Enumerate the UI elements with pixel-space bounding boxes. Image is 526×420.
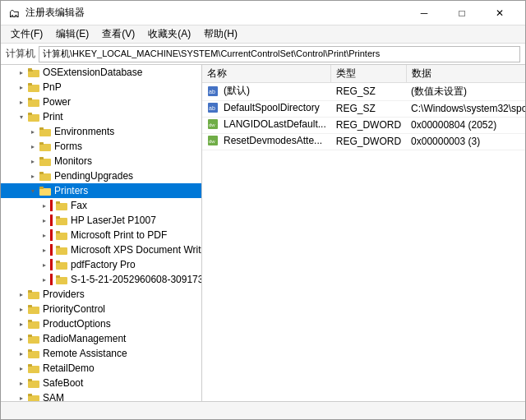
tree-item-monitors[interactable]: Monitors bbox=[1, 154, 201, 168]
folder-icon bbox=[39, 185, 52, 196]
folder-icon bbox=[55, 200, 68, 211]
col-header-type[interactable]: 类型 bbox=[331, 65, 406, 83]
menu-edit[interactable]: 编辑(E) bbox=[49, 25, 95, 43]
svg-rect-31 bbox=[28, 292, 39, 299]
expand-arrow bbox=[39, 215, 50, 226]
maximize-button[interactable]: □ bbox=[443, 1, 481, 25]
tree-item-retaildemo[interactable]: RetailDemo bbox=[1, 361, 201, 376]
col-header-data[interactable]: 数据 bbox=[406, 65, 525, 83]
tree-item-print[interactable]: Print bbox=[1, 109, 201, 124]
tree-item-productoptions[interactable]: ProductOptions bbox=[1, 316, 201, 331]
table-row[interactable]: dwLANGIDOLastDefault... REG_DWORD 0x0000… bbox=[202, 117, 525, 133]
col-header-name[interactable]: 名称 bbox=[202, 65, 331, 83]
red-bar bbox=[50, 274, 53, 285]
tree-item-sid[interactable]: S-1-5-21-2052960608-3091730 bbox=[1, 272, 201, 287]
expand-arrow bbox=[16, 67, 27, 78]
address-input[interactable] bbox=[39, 46, 520, 62]
svg-rect-19 bbox=[56, 203, 67, 210]
registry-tree[interactable]: OSExtensionDatabase PnP Power bbox=[1, 65, 202, 401]
expand-arrow bbox=[16, 288, 27, 300]
table-row[interactable]: dwResetDevmodesAtte... REG_DWORD 0x00000… bbox=[202, 133, 525, 150]
menu-favorites[interactable]: 收藏夹(A) bbox=[141, 25, 197, 43]
menu-view[interactable]: 查看(V) bbox=[95, 25, 141, 43]
table-row[interactable]: ab(默认) REG_SZ (数值未设置) bbox=[202, 83, 525, 101]
close-button[interactable]: ✕ bbox=[481, 1, 519, 25]
tree-label: Environments bbox=[54, 126, 114, 137]
svg-rect-37 bbox=[28, 336, 39, 344]
tree-item-msxps[interactable]: Microsoft XPS Document Write bbox=[1, 242, 201, 257]
folder-icon bbox=[55, 274, 68, 285]
svg-rect-24 bbox=[56, 231, 60, 233]
tree-item-hplaserjet[interactable]: HP LaserJet P1007 bbox=[1, 213, 201, 228]
svg-rect-42 bbox=[28, 364, 32, 367]
tree-item-pnp[interactable]: PnP bbox=[1, 80, 201, 95]
folder-icon bbox=[39, 155, 52, 167]
tree-label: HP LaserJet P1007 bbox=[71, 215, 156, 226]
folder-icon bbox=[27, 333, 40, 344]
reg-name-cell: ab(默认) bbox=[202, 83, 331, 101]
address-label: 计算机 bbox=[6, 47, 35, 61]
registry-editor-window: 🗂 注册表编辑器 ─ □ ✕ 文件(F) 编辑(E) 查看(V) 收藏夹(A) … bbox=[0, 0, 526, 420]
tree-label: Providers bbox=[43, 288, 85, 300]
tree-item-fax[interactable]: Fax bbox=[1, 198, 201, 213]
folder-icon bbox=[27, 96, 40, 108]
svg-rect-20 bbox=[56, 201, 60, 204]
reg-data-cell: (数值未设置) bbox=[406, 83, 525, 101]
tree-label: pdfFactory Pro bbox=[71, 259, 136, 270]
folder-icon bbox=[39, 126, 52, 137]
expand-arrow bbox=[16, 111, 27, 122]
tree-label: Monitors bbox=[54, 155, 92, 167]
reg-name-cell: dwResetDevmodesAtte... bbox=[202, 133, 331, 150]
tree-label: Forms bbox=[54, 141, 82, 152]
svg-rect-35 bbox=[28, 321, 39, 329]
expand-arrow bbox=[27, 155, 39, 167]
tree-item-sam[interactable]: SAM bbox=[1, 390, 201, 401]
tree-item-prioritycontrol[interactable]: PriorityControl bbox=[1, 302, 201, 316]
tree-item-safeboot[interactable]: SafeBoot bbox=[1, 376, 201, 390]
tree-item-power[interactable]: Power bbox=[1, 95, 201, 109]
tree-item-providers[interactable]: Providers bbox=[1, 287, 201, 302]
svg-rect-40 bbox=[28, 349, 32, 352]
tree-item-forms[interactable]: Forms bbox=[1, 139, 201, 154]
folder-icon bbox=[55, 229, 68, 241]
folder-icon bbox=[27, 111, 40, 122]
reg-type-cell: REG_DWORD bbox=[331, 133, 406, 150]
table-row[interactable]: abDefaultSpoolDirectory REG_SZ C:\Window… bbox=[202, 100, 525, 117]
expand-arrow bbox=[39, 274, 50, 285]
tree-item-printers[interactable]: Printers bbox=[1, 183, 201, 198]
tree-item-environments[interactable]: Environments bbox=[1, 124, 201, 139]
folder-icon bbox=[27, 288, 40, 300]
minimize-button[interactable]: ─ bbox=[405, 1, 443, 25]
expand-arrow bbox=[16, 377, 27, 389]
svg-rect-10 bbox=[39, 127, 44, 130]
registry-values-panel: 名称 类型 数据 ab(默认) REG_SZ (数值未设置) abDefault… bbox=[202, 65, 525, 401]
reg-name-cell: abDefaultSpoolDirectory bbox=[202, 100, 331, 117]
tree-item-msprint2pdf[interactable]: Microsoft Print to PDF bbox=[1, 228, 201, 242]
expand-arrow bbox=[16, 318, 27, 330]
red-bar bbox=[50, 259, 53, 270]
folder-icon bbox=[27, 362, 40, 374]
svg-rect-12 bbox=[39, 142, 44, 145]
folder-icon bbox=[27, 81, 40, 93]
tree-label: Printers bbox=[54, 185, 88, 196]
svg-rect-21 bbox=[56, 218, 67, 225]
menu-bar: 文件(F) 编辑(E) 查看(V) 收藏夹(A) 帮助(H) bbox=[1, 25, 525, 44]
menu-file[interactable]: 文件(F) bbox=[4, 25, 49, 43]
svg-rect-45 bbox=[28, 395, 39, 401]
tree-item-remoteassistance[interactable]: Remote Assistance bbox=[1, 346, 201, 361]
svg-rect-46 bbox=[28, 394, 32, 396]
red-bar bbox=[50, 215, 53, 226]
svg-rect-6 bbox=[28, 98, 32, 100]
tree-label: PriorityControl bbox=[43, 303, 105, 315]
folder-icon bbox=[27, 67, 40, 78]
menu-help[interactable]: 帮助(H) bbox=[197, 25, 244, 43]
tree-item-osext[interactable]: OSExtensionDatabase bbox=[1, 65, 201, 80]
tree-item-pendingupgrades[interactable]: PendingUpgrades bbox=[1, 168, 201, 183]
svg-rect-29 bbox=[56, 277, 67, 284]
expand-arrow bbox=[27, 185, 39, 196]
reg-name-cell: dwLANGIDOLastDefault... bbox=[202, 117, 331, 133]
tree-item-pdffactory[interactable]: pdfFactory Pro bbox=[1, 257, 201, 272]
tree-label: OSExtensionDatabase bbox=[43, 67, 142, 78]
tree-item-radiomanagement[interactable]: RadioManagement bbox=[1, 331, 201, 346]
svg-rect-15 bbox=[39, 173, 51, 181]
